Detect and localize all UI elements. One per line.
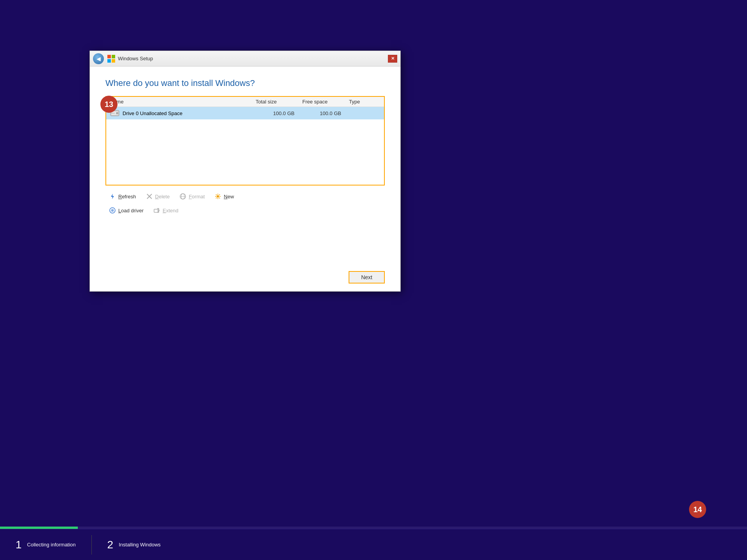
load-driver-button[interactable]: Load driver bbox=[105, 205, 147, 216]
close-button[interactable]: ✕ bbox=[388, 55, 397, 63]
svg-rect-1 bbox=[112, 55, 115, 58]
svg-point-25 bbox=[112, 210, 113, 211]
bottom-area: Next bbox=[105, 224, 385, 284]
col-name: Name bbox=[110, 99, 256, 105]
svg-rect-26 bbox=[154, 209, 158, 212]
window-content: Where do you want to install Windows? Na… bbox=[90, 66, 400, 291]
row-free-space: 100.0 GB bbox=[302, 110, 349, 116]
windows-setup-icon bbox=[107, 54, 116, 63]
next-button[interactable]: Next bbox=[349, 271, 385, 284]
new-icon bbox=[214, 192, 222, 200]
status-divider bbox=[91, 535, 92, 555]
svg-point-14 bbox=[217, 195, 219, 198]
col-type: Type bbox=[349, 99, 380, 105]
step2-label: Installing Windows bbox=[119, 542, 161, 548]
partition-toolbar: Refresh Delete bbox=[105, 191, 385, 216]
svg-marker-8 bbox=[111, 194, 114, 199]
svg-line-19 bbox=[216, 194, 217, 195]
delete-icon bbox=[146, 192, 153, 200]
svg-rect-0 bbox=[107, 55, 111, 58]
table-header: Name Total size Free space Type bbox=[106, 97, 384, 107]
table-empty-area bbox=[106, 119, 384, 178]
svg-rect-3 bbox=[112, 59, 115, 63]
col-free-space: Free space bbox=[302, 99, 349, 105]
status-bar: 1 Collecting information 2 Installing Wi… bbox=[0, 529, 747, 560]
step-annotation-13: 13 bbox=[100, 96, 117, 113]
step2-number: 2 bbox=[107, 539, 114, 551]
refresh-icon bbox=[109, 192, 116, 200]
table-body: Drive 0 Unallocated Space 100.0 GB 100.0… bbox=[106, 107, 384, 185]
col-total-size: Total size bbox=[256, 99, 302, 105]
page-heading: Where do you want to install Windows? bbox=[105, 78, 385, 88]
extend-icon bbox=[153, 206, 161, 214]
windows-setup-window: ◀ Windows Setup ✕ Where do you want to i… bbox=[89, 51, 401, 292]
svg-rect-2 bbox=[107, 59, 111, 63]
step-annotation-14: 14 bbox=[689, 501, 706, 518]
new-button[interactable]: New bbox=[211, 191, 237, 202]
row-name-cell: Drive 0 Unallocated Space bbox=[110, 109, 256, 117]
svg-line-22 bbox=[216, 198, 217, 198]
svg-line-20 bbox=[219, 198, 220, 198]
row-total-size: 100.0 GB bbox=[256, 110, 302, 116]
delete-button[interactable]: Delete bbox=[142, 191, 173, 202]
back-button[interactable]: ◀ bbox=[93, 53, 104, 64]
step1-number: 1 bbox=[16, 539, 22, 551]
svg-line-21 bbox=[219, 194, 220, 195]
step1-label: Collecting information bbox=[27, 542, 76, 548]
load-driver-icon bbox=[109, 206, 116, 214]
title-bar: ◀ Windows Setup ✕ bbox=[90, 51, 400, 66]
status-section-2: 2 Installing Windows bbox=[107, 539, 161, 551]
table-row[interactable]: Drive 0 Unallocated Space 100.0 GB 100.0… bbox=[106, 107, 384, 119]
svg-point-6 bbox=[116, 112, 118, 114]
window-title: Windows Setup bbox=[118, 56, 388, 61]
status-section-1: 1 Collecting information bbox=[16, 539, 76, 551]
extend-button[interactable]: Extend bbox=[150, 205, 181, 216]
format-icon bbox=[179, 192, 187, 200]
format-button[interactable]: Format bbox=[176, 191, 208, 202]
partition-table: Name Total size Free space Type bbox=[105, 96, 385, 186]
refresh-button[interactable]: Refresh bbox=[105, 191, 139, 202]
